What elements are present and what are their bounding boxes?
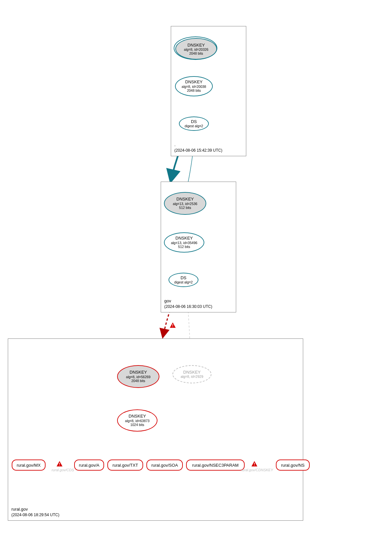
node-root-zsk: DNSKEY alg=8, id=20038 2048 bits (175, 76, 213, 96)
root-ksk-line3: 2048 bits (189, 51, 203, 55)
warning-icon (169, 322, 176, 328)
svg-rect-2 (59, 463, 60, 465)
rr-mx: rural.gov/MX (12, 460, 46, 471)
gov-ds-line2: digest alg=2 (174, 280, 193, 284)
rural-gray-title: DNSKEY (183, 370, 200, 375)
rr-txt: rural.gov/TXT (107, 460, 143, 471)
zone-rural-ts: (2024-08-06 18:29:54 UTC) (11, 513, 59, 517)
gov-zsk-line2: alg=13, id=35496 (171, 241, 197, 245)
zone-gov-name: gov (164, 298, 171, 303)
gov-ksk-line3: 512 bits (179, 206, 191, 210)
node-gov-ksk: DNSKEY alg=13, id=2536 512 bits (164, 192, 206, 215)
zone-rural: rural.gov (2024-08-06 18:29:54 UTC) (8, 338, 303, 521)
root-zsk-line3: 2048 bits (187, 89, 201, 92)
zone-gov-label: gov (2024-08-06 16:30:03 UTC) (164, 298, 212, 309)
svg-rect-3 (59, 465, 60, 466)
gov-ksk-line2: alg=13, id=2536 (173, 202, 197, 206)
zone-rural-label: rural.gov (2024-08-06 18:29:54 UTC) (11, 506, 59, 518)
node-rural-ksk: DNSKEY alg=8, id=56269 2048 bits (117, 365, 159, 388)
node-rural-gray: DNSKEY alg=8, id=2929 (172, 365, 211, 383)
zone-root-label: . (2024-08-06 15:42:39 UTC) (174, 142, 222, 153)
svg-rect-4 (254, 463, 255, 465)
zone-rural-name: rural.gov (11, 507, 28, 512)
svg-rect-0 (172, 324, 173, 326)
gov-ds-title: DS (181, 276, 186, 281)
svg-rect-5 (254, 465, 255, 466)
root-ds-title: DS (191, 119, 197, 124)
gov-zsk-line3: 512 bits (178, 245, 190, 249)
rural-zsk-line3: 1024 bits (130, 423, 144, 427)
root-ksk-line2: alg=8, id=20326 (184, 48, 208, 51)
node-rural-zsk: DNSKEY alg=8, id=63873 1024 bits (117, 409, 157, 432)
zone-gov-ts: (2024-08-06 16:30:03 UTC) (164, 304, 212, 309)
zone-root-name: . (174, 142, 176, 147)
rural-ksk-line2: alg=8, id=56269 (126, 375, 150, 379)
svg-rect-1 (172, 326, 173, 327)
rural-zsk-line2: alg=8, id=63873 (125, 419, 149, 423)
warning-icon (251, 461, 258, 467)
root-zsk-line2: alg=8, id=20038 (182, 85, 206, 89)
rr-a: rural.gov/A (74, 460, 104, 471)
root-zsk-title: DNSKEY (185, 80, 202, 85)
gov-zsk-title: DNSKEY (175, 236, 193, 241)
rr-ns: rural.gov/NS (276, 460, 310, 471)
rural-gray-line2: alg=8, id=2929 (181, 375, 203, 378)
root-ksk-title: DNSKEY (187, 43, 205, 48)
rr-soa: rural.gov/SOA (146, 460, 183, 471)
zone-root-ts: (2024-08-06 15:42:39 UTC) (174, 148, 222, 153)
rural-ksk-title: DNSKEY (129, 370, 147, 375)
node-root-ksk: DNSKEY alg=8, id=20326 2048 bits (174, 36, 217, 60)
rr-nsec3param: rural.gov/NSEC3PARAM (186, 460, 245, 471)
gov-ksk-title: DNSKEY (176, 197, 194, 202)
rural-zsk-title: DNSKEY (128, 414, 146, 419)
node-gov-zsk: DNSKEY alg=13, id=35496 512 bits (164, 232, 204, 253)
rural-ksk-line3: 2048 bits (131, 379, 145, 383)
root-ds-line2: digest alg=2 (185, 124, 203, 128)
ghost-cdnskey: rural.gov/CDNSKEY (237, 468, 277, 472)
warning-icon (56, 461, 63, 467)
node-gov-ds: DS digest alg=2 (169, 273, 198, 287)
ghost-cds: rural.gov/CDS (48, 468, 77, 472)
node-root-ds: DS digest alg=2 (179, 117, 209, 131)
